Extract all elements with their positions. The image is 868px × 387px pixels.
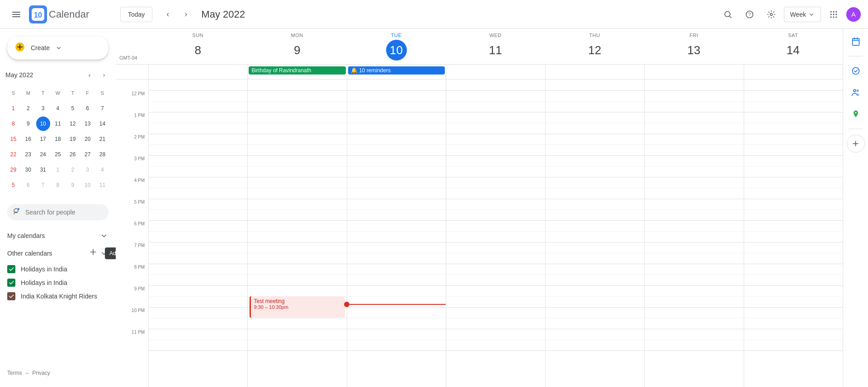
menu-button[interactable] (7, 5, 25, 23)
allday-wed (446, 65, 545, 79)
mini-cal-day[interactable]: 4 (95, 163, 109, 177)
mini-cal-day[interactable]: 25 (51, 147, 65, 162)
add-other-calendar-button[interactable] (87, 247, 99, 260)
half-hour-line (645, 210, 743, 210)
svg-text:10: 10 (34, 11, 42, 19)
time-grid-container: 12 PM1 PM2 PM3 PM4 PM5 PM6 PM7 PM8 PM9 P… (116, 79, 843, 387)
day-column-thu[interactable] (545, 79, 644, 387)
mini-cal-day[interactable]: 4 (51, 101, 65, 116)
svg-point-17 (833, 16, 834, 18)
privacy-link[interactable]: Privacy (32, 370, 50, 376)
search-people-input[interactable] (7, 204, 108, 220)
week-selector[interactable]: Week (784, 7, 821, 22)
day-column-sun[interactable] (148, 79, 247, 387)
mini-cal-day[interactable]: 8 (51, 178, 65, 192)
day-column-sat[interactable] (744, 79, 843, 387)
time-labels: 12 PM1 PM2 PM3 PM4 PM5 PM6 PM7 PM8 PM9 P… (116, 79, 148, 387)
mini-cal-day[interactable]: 27 (80, 147, 94, 162)
hour-line (546, 220, 644, 221)
mini-cal-day[interactable]: 3 (36, 101, 50, 116)
mini-cal-day[interactable]: 5 (6, 178, 20, 192)
mini-cal-day[interactable]: 2 (66, 163, 80, 177)
mini-cal-day[interactable]: 12 (66, 117, 80, 131)
mini-cal-day[interactable]: 5 (66, 101, 80, 116)
half-hour-line (744, 340, 843, 340)
hour-line (248, 264, 346, 264)
allday-tue: 🔔 10 reminders (347, 65, 446, 79)
mini-cal-day[interactable]: 24 (36, 147, 50, 162)
next-arrow[interactable]: › (178, 6, 194, 23)
mini-cal-day[interactable]: 29 (6, 163, 20, 177)
day-column-tue[interactable] (347, 79, 446, 387)
mini-cal-day[interactable]: 9 (21, 117, 35, 131)
mini-cal-day[interactable]: 19 (66, 132, 80, 146)
apps-button[interactable] (825, 5, 843, 23)
half-hour-line (248, 318, 346, 318)
mini-cal-day[interactable]: 13 (80, 117, 94, 131)
mini-cal-day[interactable]: 10 (80, 178, 94, 192)
calendar-item-kkr[interactable]: India Kolkata Knight Riders (4, 289, 112, 303)
hour-line (149, 199, 247, 199)
calendar-item-holidays-1[interactable]: Holidays in India (4, 262, 112, 276)
my-calendars-header[interactable]: My calendars (4, 228, 112, 244)
mini-cal-day[interactable]: 16 (21, 132, 35, 146)
mini-cal-day[interactable]: 2 (21, 101, 35, 116)
mini-cal-day[interactable]: 11 (51, 117, 65, 131)
reminders-event[interactable]: 🔔 10 reminders (348, 66, 445, 75)
right-tab-plus[interactable]: + (847, 135, 865, 153)
day-column-mon[interactable]: Test meeting9:30 – 10:30pm (247, 79, 346, 387)
mini-cal-day[interactable]: 9 (66, 178, 80, 192)
mini-cal-day[interactable]: 31 (36, 163, 50, 177)
mini-cal-day[interactable]: 26 (66, 147, 80, 162)
calendar-item-holidays-2[interactable]: Holidays in India (4, 276, 112, 289)
hour-line (546, 329, 644, 329)
mini-cal-day[interactable]: 7 (36, 178, 50, 192)
mini-cal-day[interactable]: 14 (95, 117, 109, 131)
mini-cal-day[interactable]: 6 (80, 101, 94, 116)
search-button[interactable] (719, 5, 737, 23)
mini-cal-day[interactable]: 23 (21, 147, 35, 162)
right-tab-maps[interactable] (847, 105, 865, 123)
mini-cal-day[interactable]: 21 (95, 132, 109, 146)
mini-cal-day[interactable]: 6 (21, 178, 35, 192)
mini-cal-day[interactable]: 20 (80, 132, 94, 146)
hour-line (645, 155, 743, 156)
mini-cal-day[interactable]: 18 (51, 132, 65, 146)
day-column-fri[interactable] (644, 79, 743, 387)
right-tab-people[interactable] (847, 84, 865, 102)
svg-point-33 (854, 89, 856, 92)
mini-cal-day[interactable]: 15 (6, 132, 20, 146)
settings-button[interactable] (762, 5, 780, 23)
avatar[interactable]: A (846, 7, 861, 22)
half-hour-line (645, 253, 743, 253)
mini-cal-day[interactable]: 28 (95, 147, 109, 162)
mini-cal-next[interactable]: › (98, 69, 110, 81)
mini-cal-day[interactable]: 1 (6, 101, 20, 116)
test-meeting-event[interactable]: Test meeting9:30 – 10:30pm (250, 296, 344, 318)
today-button[interactable]: Today (120, 7, 152, 22)
mini-cal-day[interactable]: 7 (95, 101, 109, 116)
other-calendars-header[interactable]: Other calendars Add other calendars (4, 244, 112, 262)
terms-link[interactable]: Terms (7, 370, 22, 376)
sidebar: Create May 2022 ‹ › SMTWTFS 123456789101… (0, 29, 116, 387)
right-tab-check[interactable] (847, 62, 865, 80)
mini-cal-day[interactable]: 17 (36, 132, 50, 146)
mini-cal-day[interactable]: 1 (51, 163, 65, 177)
mini-cal-day[interactable]: 30 (21, 163, 35, 177)
half-hour-line (546, 253, 644, 253)
mini-cal-day[interactable]: 8 (6, 117, 20, 131)
mini-cal-day[interactable]: 10 (36, 117, 50, 131)
right-tab-calendar[interactable] (847, 33, 865, 51)
hour-line (645, 307, 743, 308)
mini-cal-day[interactable]: 11 (95, 178, 109, 192)
help-button[interactable]: ? (741, 5, 759, 23)
logo[interactable]: 10 Calendar (29, 5, 89, 23)
create-button[interactable]: Create (7, 36, 108, 60)
birthday-event[interactable]: Birthday of Ravindranath (249, 66, 345, 75)
hour-line (149, 264, 247, 264)
mini-cal-day[interactable]: 22 (6, 147, 20, 162)
day-column-wed[interactable] (446, 79, 545, 387)
mini-cal-prev[interactable]: ‹ (83, 69, 96, 81)
mini-cal-day[interactable]: 3 (80, 163, 94, 177)
prev-arrow[interactable]: ‹ (160, 6, 176, 23)
